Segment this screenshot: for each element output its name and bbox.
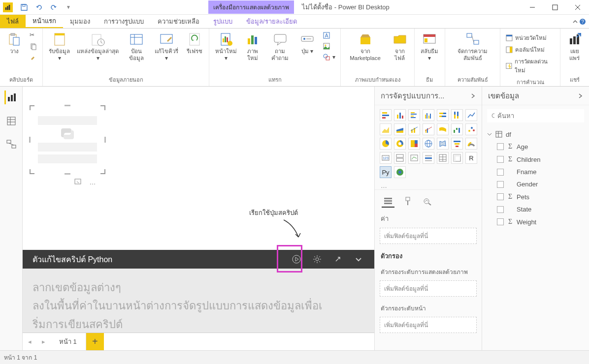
viz-100-stacked-bar[interactable] (437, 109, 449, 121)
viz-map[interactable] (423, 138, 434, 150)
edit-queries-button[interactable]: แก้ไขคิวรี่ ▾ (151, 30, 182, 64)
refresh-button[interactable]: รีเฟรช (182, 30, 207, 57)
viz-r[interactable]: R (465, 152, 477, 164)
collapse-fields-panel-button[interactable] (577, 93, 583, 99)
new-measure-button[interactable]: หน่วยวัดใหม่ (503, 32, 557, 43)
viz-100-stacked-column[interactable] (451, 109, 463, 121)
field-state[interactable]: State (497, 203, 584, 215)
buttons-button[interactable]: ปุ่ม ▾ (295, 30, 320, 57)
viz-slicer[interactable] (423, 152, 434, 164)
viz-filled-map[interactable] (437, 138, 449, 150)
tab-view[interactable]: มุมมอง (63, 15, 97, 28)
popout-script-button[interactable] (332, 253, 344, 265)
new-column-button[interactable]: คอลัมน์ใหม่ (503, 44, 557, 55)
tab-file[interactable]: ไฟล์ (0, 15, 26, 28)
collapse-script-button[interactable] (353, 253, 364, 265)
from-file-button[interactable]: จากไฟล์ (388, 30, 412, 64)
fields-search[interactable] (487, 109, 584, 122)
viz-stacked-column[interactable] (394, 109, 406, 121)
publish-button[interactable]: เผยแพร่ (562, 30, 587, 64)
checkbox[interactable] (497, 156, 504, 163)
undo-button[interactable] (33, 2, 44, 13)
more-options-button[interactable]: … (87, 176, 98, 188)
shapes-button[interactable]: ▾ (321, 52, 337, 62)
viz-area[interactable] (380, 123, 392, 135)
checkbox[interactable] (497, 169, 504, 176)
tab-home[interactable]: หน้าแรก (26, 15, 63, 28)
page-next-button[interactable]: ▸ (36, 333, 50, 350)
viz-funnel[interactable] (451, 138, 463, 150)
field-gender[interactable]: Gender (497, 178, 584, 190)
viz-treemap[interactable] (408, 138, 420, 150)
from-marketplace-button[interactable]: จาก Marketplace (343, 30, 387, 64)
viz-line-clustered-column[interactable] (423, 123, 434, 135)
checkbox[interactable] (497, 218, 504, 225)
viz-donut[interactable] (394, 138, 406, 150)
viz-kpi[interactable] (408, 152, 420, 164)
viz-ribbon[interactable] (437, 123, 449, 135)
ribbon-collapse-button[interactable]: ? (569, 15, 589, 28)
values-well[interactable]: เพิ่มฟิลด์ข้อมูลที่นี่ (380, 228, 477, 244)
search-input[interactable] (497, 112, 580, 120)
viz-table[interactable] (437, 152, 449, 164)
viz-multi-row-card[interactable] (394, 152, 406, 164)
checkbox[interactable] (497, 193, 504, 200)
qat-dropdown[interactable]: ▼ (63, 2, 74, 13)
copy-button[interactable] (28, 41, 39, 51)
tab-format[interactable]: รูปแบบ (206, 15, 239, 28)
visual-filters-well[interactable]: เพิ่มฟิลด์ข้อมูลที่นี่ (380, 280, 477, 297)
viz-gauge[interactable] (465, 138, 477, 150)
format-painter-button[interactable] (28, 52, 39, 62)
viz-stacked-bar[interactable] (380, 109, 392, 121)
script-editor-body[interactable]: ลากเขตข้อมูลต่างๆ ลงในพื้นที่ค่าในบานหน้… (23, 269, 374, 333)
report-canvas[interactable]: … เรียกใช้ปุ่มสคริปต์ (23, 87, 374, 250)
model-view-button[interactable] (4, 138, 18, 152)
field-fname[interactable]: Fname (497, 166, 584, 178)
page-prev-button[interactable]: ◂ (23, 333, 36, 350)
field-age[interactable]: ΣAge (497, 140, 584, 153)
viz-waterfall[interactable] (451, 123, 463, 135)
page-filters-well[interactable]: เพิ่มฟิลด์ข้อมูลที่นี่ (380, 317, 477, 333)
run-script-button[interactable] (291, 253, 302, 265)
fields-tab[interactable] (382, 195, 394, 208)
data-view-button[interactable] (4, 114, 18, 128)
viz-stacked-area[interactable] (394, 123, 406, 135)
add-page-button[interactable]: + (86, 333, 104, 350)
enter-data-button[interactable]: ป้อนข้อมูล (122, 30, 151, 64)
text-box-button[interactable]: A (321, 30, 337, 40)
tab-data[interactable]: ข้อมูล/รายละเอียด (239, 15, 304, 28)
python-visual-placeholder[interactable] (30, 105, 105, 174)
analytics-tab[interactable] (421, 195, 434, 208)
tab-help[interactable]: ความช่วยเหลือ (151, 15, 206, 28)
viz-pie[interactable] (380, 138, 392, 150)
focus-mode-button[interactable] (72, 176, 84, 188)
report-view-button[interactable] (4, 91, 18, 104)
ask-question-button[interactable]: ถามคำถาม (265, 30, 295, 64)
field-pets[interactable]: ΣPets (497, 190, 584, 203)
image-button[interactable] (321, 41, 337, 51)
viz-arcgis[interactable] (394, 166, 406, 178)
maximize-button[interactable] (544, 0, 566, 15)
viz-scatter[interactable] (465, 123, 477, 135)
checkbox[interactable] (497, 181, 504, 188)
page-tab-1[interactable]: หน้า 1 (50, 333, 86, 350)
cut-button[interactable]: ✂ (28, 30, 39, 40)
recent-sources-button[interactable]: แหล่งข้อมูลล่าสุด ▾ (74, 30, 122, 64)
new-quick-measure-button[interactable]: การวัดผลด่วนใหม่ (503, 56, 557, 76)
checkbox[interactable] (497, 143, 504, 150)
script-options-button[interactable] (311, 253, 323, 265)
table-df[interactable]: df (487, 128, 584, 140)
viz-matrix[interactable] (451, 152, 463, 164)
get-data-button[interactable]: รับข้อมูล ▾ (45, 30, 74, 64)
viz-line[interactable] (465, 109, 477, 121)
new-visual-button[interactable]: ภาพใหม่ (240, 30, 265, 64)
switch-theme-button[interactable]: สลับธีม ▾ (417, 30, 443, 64)
checkbox[interactable] (497, 206, 504, 213)
new-page-button[interactable]: หน้าใหม่ ▾ (211, 30, 240, 64)
viz-line-stacked-column[interactable] (408, 123, 420, 135)
tab-modeling[interactable]: การวางรูปแบบ (97, 15, 151, 28)
viz-python[interactable]: Py (380, 166, 392, 178)
minimize-button[interactable] (521, 0, 544, 15)
collapse-viz-panel-button[interactable] (470, 93, 476, 99)
viz-clustered-column[interactable] (423, 109, 434, 121)
